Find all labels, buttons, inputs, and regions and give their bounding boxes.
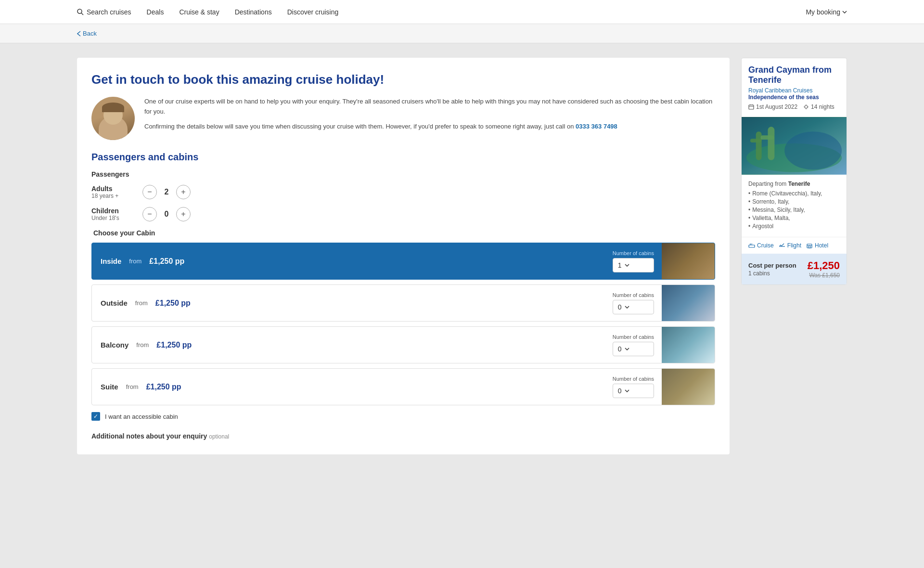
page-title: Get in touch to book this amazing cruise…: [91, 72, 715, 87]
my-booking-nav[interactable]: My booking: [806, 8, 847, 16]
calendar-icon: [748, 104, 754, 110]
card-meta: 1st August 2022 14 nights: [748, 103, 840, 110]
back-label: Back: [83, 30, 97, 37]
search-nav[interactable]: Search cruises: [77, 8, 131, 16]
card-title: Grand Cayman from Tenerife: [748, 65, 840, 85]
adults-count: 2: [162, 188, 171, 196]
cabin-outside-count: 0: [618, 303, 622, 311]
children-increment[interactable]: +: [176, 207, 191, 221]
cabin-suite-image: [662, 369, 715, 405]
children-label: Children: [91, 207, 135, 215]
nav-cruise-stay[interactable]: Cruise & stay: [179, 8, 219, 16]
amenity-flight[interactable]: Flight: [779, 242, 801, 249]
cabin-inside[interactable]: Inside from £1,250 pp Number of cabins 1: [91, 243, 715, 280]
amenity-hotel[interactable]: Hotel: [806, 242, 828, 249]
card-header: Grand Cayman from Tenerife Royal Caribbe…: [742, 58, 847, 117]
card-amenities: Cruise Flight Hotel: [742, 237, 847, 254]
cabin-outside-dropdown[interactable]: 0: [613, 300, 654, 314]
nav-deals[interactable]: Deals: [147, 8, 164, 16]
nav-discover[interactable]: Discover cruising: [287, 8, 339, 16]
stop-valletta: Valletta, Malta,: [748, 215, 840, 221]
cost-label: Cost per person: [748, 262, 796, 269]
additional-notes-title: Additional notes about your enquiry opti…: [91, 432, 715, 440]
back-link[interactable]: Back: [77, 30, 847, 37]
choose-cabin-label: Choose your Cabin: [93, 229, 715, 237]
cabin-inside-from: from: [129, 258, 141, 265]
nav-destinations[interactable]: Destinations: [235, 8, 272, 16]
cabin-inside-image: [662, 243, 715, 279]
accessible-label: I want an accessible cabin: [105, 413, 178, 420]
expert-text2: Confirming the details below will save y…: [144, 122, 715, 132]
breadcrumb-bar: Back: [0, 24, 924, 43]
card-date: 1st August 2022: [748, 103, 797, 110]
cabin-suite-price: £1,250 pp: [146, 383, 181, 391]
svg-rect-2: [749, 105, 754, 109]
svg-line-1: [81, 13, 83, 15]
svg-rect-18: [749, 245, 755, 247]
svg-point-0: [77, 9, 82, 13]
expert-text: One of our cruise experts will be on han…: [144, 97, 715, 140]
stop-argostol: Argostol: [748, 223, 840, 230]
dropdown-chevron-icon: [625, 389, 629, 392]
cabin-suite-name: Suite: [101, 383, 118, 391]
search-nav-label: Search cruises: [87, 8, 131, 16]
svg-rect-16: [761, 135, 774, 140]
children-decrement[interactable]: −: [142, 207, 157, 221]
adults-sub: 18 years +: [91, 193, 135, 199]
stop-rome: Rome (Civitavecchia), Italy,: [748, 190, 840, 197]
cabin-inside-price: £1,250 pp: [149, 257, 184, 266]
cabin-suite[interactable]: Suite from £1,250 pp Number of cabins 0: [91, 368, 715, 405]
cabin-suite-dropdown[interactable]: 0: [613, 384, 654, 398]
optional-label: optional: [209, 433, 229, 440]
card-nights: 14 nights: [803, 103, 834, 110]
amenity-cruise[interactable]: Cruise: [748, 242, 774, 249]
cabin-inside-cabins-label: Number of cabins: [613, 250, 654, 256]
cabin-suite-select-area: Number of cabins 0: [605, 371, 662, 403]
cabin-outside[interactable]: Outside from £1,250 pp Number of cabins …: [91, 284, 715, 322]
cabin-outside-select-area: Number of cabins 0: [605, 287, 662, 319]
stop-messina: Messina, Sicily, Italy,: [748, 207, 840, 213]
cruise-line[interactable]: Royal Caribbean Cruises: [748, 87, 812, 94]
depart-from: Tenerife: [788, 181, 810, 187]
svg-point-17: [784, 131, 842, 169]
dropdown-chevron-icon: [625, 306, 629, 309]
cabin-outside-cabins-label: Number of cabins: [613, 292, 654, 298]
cabin-outside-info: Outside from £1,250 pp: [92, 292, 605, 314]
cruise-icon: [748, 243, 755, 248]
children-row: Children Under 18's − 0 +: [91, 207, 715, 221]
adults-increment[interactable]: +: [176, 185, 191, 199]
svg-rect-14: [750, 139, 762, 142]
card-hero-image: [742, 117, 847, 175]
children-count: 0: [162, 210, 171, 219]
cabin-balcony[interactable]: Balcony from £1,250 pp Number of cabins …: [91, 326, 715, 363]
ship[interactable]: Independence of the seas: [748, 94, 819, 101]
cabin-balcony-from: from: [136, 341, 149, 349]
cabin-outside-image: [662, 285, 715, 321]
passengers-label: Passengers: [91, 170, 715, 178]
expert-section: One of our cruise experts will be on han…: [91, 97, 715, 140]
adults-stepper: − 2 +: [142, 185, 191, 199]
hotel-icon: [806, 243, 813, 248]
accessible-checkbox[interactable]: ✓: [91, 412, 100, 421]
avatar: [91, 97, 135, 140]
enquiry-panel: Get in touch to book this amazing cruise…: [77, 58, 730, 454]
cabin-balcony-dropdown[interactable]: 0: [613, 342, 654, 356]
adults-decrement[interactable]: −: [142, 185, 157, 199]
search-icon: [77, 9, 84, 15]
cabin-outside-price: £1,250 pp: [155, 299, 191, 308]
adults-info: Adults 18 years +: [91, 185, 135, 199]
cabin-balcony-info: Balcony from £1,250 pp: [92, 334, 605, 356]
cabin-balcony-name: Balcony: [101, 341, 128, 349]
children-info: Children Under 18's: [91, 207, 135, 221]
svg-rect-15: [768, 127, 775, 160]
dropdown-chevron-icon: [625, 348, 629, 350]
phone-link[interactable]: 0333 363 7498: [576, 123, 617, 130]
cabin-balcony-image: [662, 327, 715, 363]
flight-icon: [779, 243, 785, 248]
cabin-inside-dropdown[interactable]: 1: [613, 258, 654, 272]
card-itinerary: Departing from Tenerife Rome (Civitavecc…: [742, 175, 847, 237]
price-main: £1,250: [808, 259, 840, 272]
cabin-balcony-count: 0: [618, 345, 622, 353]
svg-rect-13: [756, 131, 762, 160]
cabin-balcony-cabins-label: Number of cabins: [613, 334, 654, 340]
